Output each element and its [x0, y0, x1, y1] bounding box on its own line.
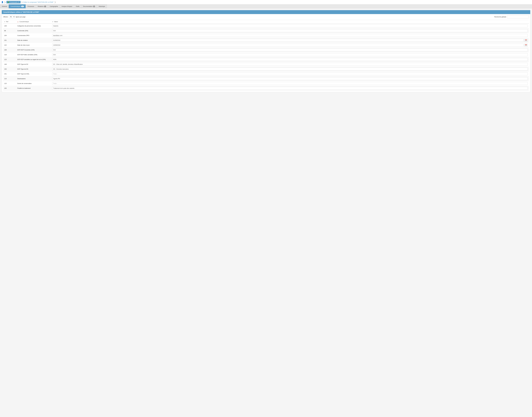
- cell-ref-9: 150: [3, 67, 16, 72]
- cell-caracteristique-0: Catégories de personnes concernées: [16, 23, 51, 28]
- tab-badge-caracteristiques: 23: [21, 6, 24, 7]
- tab-badge-relations: 1: [44, 6, 46, 7]
- cell-ref-8: 149: [3, 62, 16, 67]
- tab-badge-documentation: 6: [93, 6, 95, 7]
- value-input-0[interactable]: [52, 24, 528, 27]
- table-header-row: ⬆ Ref ▲ Caractéristique ⬆ Valeur: [3, 20, 529, 23]
- cell-ref-7: 123: [3, 57, 16, 62]
- section-header: Caractéristiques reliées à "GESTION DE L…: [2, 10, 530, 14]
- cell-caracteristique-7: DCP-DCP sensbiles au regard de la loi (O…: [16, 57, 51, 62]
- table-row: 151DCP-Type de DSIL: [3, 72, 529, 76]
- cell-ref-0: 109: [3, 23, 16, 28]
- tab-caracteristiques[interactable]: Caractéristiques23: [9, 4, 26, 8]
- value-input-13[interactable]: [52, 87, 528, 90]
- cell-valeur-1: [51, 28, 529, 33]
- cell-ref-10: 151: [3, 72, 16, 76]
- date-input-4[interactable]: [52, 44, 524, 47]
- cell-valeur-7: [51, 57, 529, 62]
- cell-ref-6: 118: [3, 52, 16, 57]
- cell-ref-1: 98: [3, 28, 16, 33]
- tab-label-historique: Historique: [99, 6, 105, 7]
- date-cell-3: 📅: [52, 39, 528, 42]
- sort-icon-caracteristique: ▲: [17, 21, 19, 22]
- th-valeur-label: Valeur: [54, 21, 58, 22]
- nav-separator-1: ❯: [4, 1, 6, 3]
- value-input-6[interactable]: [52, 53, 528, 56]
- cell-caracteristique-4: Date de mise à jour: [16, 43, 51, 48]
- tab-label-outils: Outils: [76, 6, 80, 7]
- tab-historique[interactable]: Historique: [97, 4, 107, 8]
- date-input-3[interactable]: [52, 39, 524, 42]
- value-input-12[interactable]: [52, 82, 528, 85]
- home-icon[interactable]: 👤: [1, 1, 3, 3]
- table-row: 115Durée de conservation: [3, 81, 529, 86]
- date-cell-4: 📅: [52, 44, 528, 47]
- table-row: 109Catégories de personnes concernées: [3, 23, 529, 28]
- cell-ref-3: 101: [3, 38, 16, 43]
- value-input-2[interactable]: [52, 34, 528, 37]
- cell-valeur-10: [51, 72, 529, 76]
- tab-label-cartographie: Cartographie: [50, 6, 58, 7]
- tab-general[interactable]: Général: [0, 4, 9, 8]
- tab-analyse[interactable]: Analyse d'impact: [60, 4, 74, 8]
- table-row: 122Date de mise à jour📅: [3, 43, 529, 48]
- th-ref[interactable]: ⬆ Ref: [3, 20, 16, 23]
- tab-cartographie[interactable]: Cartographie: [48, 4, 60, 8]
- cell-valeur-9: [51, 67, 529, 72]
- value-input-7[interactable]: [52, 58, 528, 61]
- cell-ref-2: 104: [3, 33, 16, 38]
- value-input-10[interactable]: [52, 72, 528, 75]
- value-input-9[interactable]: [52, 68, 528, 71]
- tab-relations[interactable]: Relations1: [36, 4, 48, 8]
- table-row: 108DCP-DCP Courantes (O/N): [3, 48, 529, 52]
- page-title: Editer le composant "GESTION DE LA PAIE": [23, 1, 54, 3]
- th-caracteristique-label: Caractéristique: [20, 21, 29, 22]
- composants-label: Composants: [10, 1, 18, 3]
- cell-valeur-2: [51, 33, 529, 38]
- calendar-button-3[interactable]: 📅: [524, 39, 528, 42]
- table-row: 98Conformité (O/N): [3, 28, 529, 33]
- tab-bar: GénéralCaractéristiques23ProcessusRelati…: [0, 4, 532, 8]
- calendar-button-4[interactable]: 📅: [524, 44, 528, 47]
- value-input-11[interactable]: [52, 77, 528, 80]
- controls-right: Recherche globale: [494, 15, 529, 18]
- th-caracteristique[interactable]: ▲ Caractéristique: [16, 20, 51, 23]
- composants-dropdown-icon: ▼: [18, 1, 20, 3]
- composants-nav-button[interactable]: 🧩 Composants ▼: [6, 1, 20, 3]
- sort-icon-ref: ⬆: [4, 21, 5, 22]
- cell-ref-12: 115: [3, 81, 16, 86]
- table-row: 149DCP-Type de DC: [3, 62, 529, 67]
- cell-caracteristique-6: DCP-DCP dites sensibles (O/N): [16, 52, 51, 57]
- tab-label-documentation: Documentation: [83, 6, 92, 7]
- lignes-par-page-label: lignes par page: [16, 16, 26, 18]
- main-content: Caractéristiques reliées à "GESTION DE L…: [0, 8, 532, 94]
- tab-label-general: Général: [2, 6, 7, 7]
- table-row: 118DCP-DCP dites sensibles (O/N): [3, 52, 529, 57]
- cell-valeur-6: [51, 52, 529, 57]
- tab-documentation[interactable]: Documentation6: [81, 4, 97, 8]
- tab-label-caracteristiques: Caractéristiques: [10, 6, 21, 7]
- per-page-select[interactable]: 75 25 50 100: [9, 15, 15, 18]
- cell-caracteristique-9: DCP-Type de DS: [16, 67, 51, 72]
- cell-ref-4: 122: [3, 43, 16, 48]
- controls-row: Afficher 75 25 50 100 lignes par page Re…: [3, 15, 529, 18]
- value-input-5[interactable]: [52, 48, 528, 51]
- nav-arrow-1: ❯: [21, 1, 23, 3]
- table-row: 123DCP-DCP sensbiles au regard de la loi…: [3, 57, 529, 62]
- value-input-1[interactable]: [52, 29, 528, 32]
- tab-label-processus: Processus: [28, 6, 34, 7]
- search-input[interactable]: [507, 15, 529, 18]
- cell-ref-13: 105: [3, 86, 16, 91]
- cell-valeur-12: [51, 81, 529, 86]
- th-valeur[interactable]: ⬆ Valeur: [51, 20, 529, 23]
- tab-label-relations: Relations: [38, 6, 44, 7]
- tab-processus[interactable]: Processus: [26, 4, 36, 8]
- table-container: Afficher 75 25 50 100 lignes par page Re…: [2, 14, 530, 92]
- cell-caracteristique-5: DCP-DCP Courantes (O/N): [16, 48, 51, 52]
- tab-outils[interactable]: Outils: [74, 4, 81, 8]
- value-input-8[interactable]: [52, 63, 528, 66]
- table-row: 150DCP-Type de DS: [3, 67, 529, 72]
- cell-caracteristique-8: DCP-Type de DC: [16, 62, 51, 67]
- th-ref-label: Ref: [6, 21, 8, 22]
- cell-valeur-13: [51, 86, 529, 91]
